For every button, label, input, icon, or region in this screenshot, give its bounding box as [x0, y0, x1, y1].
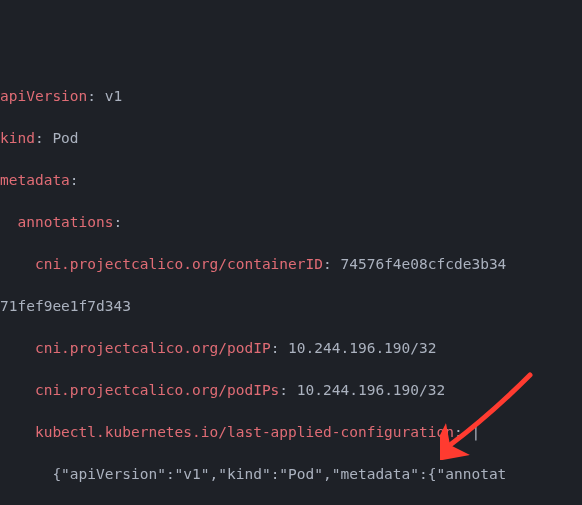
- yaml-line: {"apiVersion":"v1","kind":"Pod","metadat…: [0, 464, 582, 485]
- json-fragment: {"apiVersion":"v1","kind":"Pod","metadat…: [52, 466, 506, 482]
- yaml-line: 71fef9ee1f7d343: [0, 296, 582, 317]
- key-containerID: cni.projectcalico.org/containerID: [35, 256, 323, 272]
- key-podIP: cni.projectcalico.org/podIP: [35, 340, 271, 356]
- val-containerID: 74576f4e08cfcde3b34: [340, 256, 506, 272]
- val-kind: Pod: [52, 130, 78, 146]
- val-containerID-wrap: 71fef9ee1f7d343: [0, 298, 131, 314]
- val-apiVersion: v1: [105, 88, 122, 104]
- val-podIP: 10.244.196.190/32: [288, 340, 436, 356]
- yaml-line: cni.projectcalico.org/containerID: 74576…: [0, 254, 582, 275]
- key-metadata: metadata: [0, 172, 70, 188]
- key-lastapplied: kubectl.kubernetes.io/last-applied-confi…: [35, 424, 454, 440]
- yaml-line: apiVersion: v1: [0, 86, 582, 107]
- key-kind: kind: [0, 130, 35, 146]
- key-apiVersion: apiVersion: [0, 88, 87, 104]
- key-podIPs: cni.projectcalico.org/podIPs: [35, 382, 279, 398]
- yaml-line: cni.projectcalico.org/podIPs: 10.244.196…: [0, 380, 582, 401]
- yaml-line: cni.projectcalico.org/podIP: 10.244.196.…: [0, 338, 582, 359]
- yaml-line: kubectl.kubernetes.io/last-applied-confi…: [0, 422, 582, 443]
- yaml-line: metadata:: [0, 170, 582, 191]
- yaml-line: annotations:: [0, 212, 582, 233]
- yaml-line: kind: Pod: [0, 128, 582, 149]
- val-podIPs: 10.244.196.190/32: [297, 382, 445, 398]
- key-annotations: annotations: [17, 214, 113, 230]
